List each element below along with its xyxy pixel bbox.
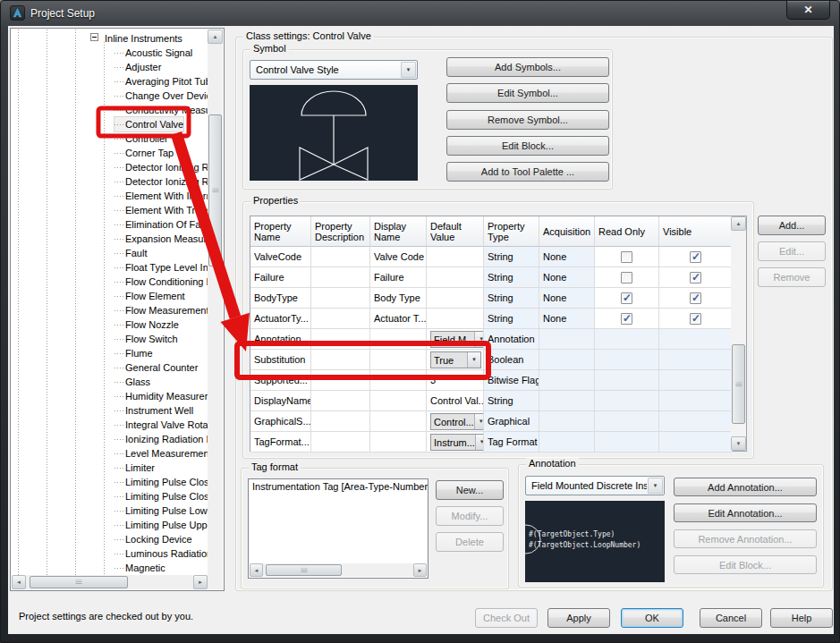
scroll-right-icon[interactable]: ► — [193, 575, 208, 589]
tree-item-detector-ionizing-radi[interactable]: Detector Ionizing Radi — [115, 160, 208, 174]
tree-item-limiting-pulse-closes-u[interactable]: Limiting Pulse Closes U — [115, 489, 208, 503]
close-button[interactable]: ✕ — [786, 1, 830, 20]
tree-item-glass[interactable]: Glass — [115, 375, 150, 389]
checked-checkbox[interactable] — [621, 292, 632, 304]
edit-block-button[interactable]: Edit Block... — [446, 136, 609, 156]
unchecked-checkbox[interactable] — [621, 272, 632, 283]
add-annotation-button[interactable]: Add Annotation... — [674, 478, 817, 496]
checked-checkbox[interactable] — [690, 251, 701, 263]
column-header-property-description[interactable]: Property Description — [311, 216, 370, 247]
add-symbols-button[interactable]: Add Symbols... — [446, 57, 609, 77]
tree-item-elimination-of-fault[interactable]: Elimination Of Fault — [115, 217, 208, 232]
table-scroll-thumb[interactable] — [732, 344, 745, 424]
default-value-dropdown-tagformat[interactable]: Instrum...▼ — [430, 434, 484, 451]
tree-item-flume[interactable]: Flume — [115, 346, 153, 360]
edit-annotation-button[interactable]: Edit Annotation... — [674, 503, 817, 522]
tree-item-locking-device[interactable]: Locking Device — [115, 532, 192, 546]
ok-button[interactable]: OK — [621, 608, 683, 628]
scroll-up-icon[interactable]: ▲ — [731, 216, 746, 231]
table-vertical-scrollbar[interactable]: ▲ ▼ — [731, 216, 746, 451]
tree-item-corner-tap[interactable]: Corner Tap — [115, 146, 174, 160]
tag-format-item-instrumentation-tag-area-type-number[interactable]: Instrumentation Tag [Area-Type-Number] — [249, 479, 428, 492]
property-row-valvecode[interactable]: ValveCodeValve CodeStringNone — [250, 247, 746, 267]
column-header-read-only[interactable]: Read Only — [595, 216, 659, 247]
property-row-supported[interactable]: Supported...3Bitwise Flag — [250, 370, 746, 391]
checked-checkbox[interactable] — [690, 292, 701, 304]
tree-item-expansion-measurem[interactable]: Expansion Measurem — [115, 232, 208, 246]
tree-item-humidity-measurement[interactable]: Humidity Measurement — [115, 389, 208, 403]
property-row-substitution[interactable]: SubstitutionTrue▼Boolean — [250, 350, 746, 370]
default-value-dropdown-annotation[interactable]: Field M...▼ — [430, 331, 484, 348]
scroll-down-icon[interactable]: ▼ — [731, 436, 746, 451]
edit-symbol-button[interactable]: Edit Symbol... — [446, 83, 609, 103]
property-row-bodytype[interactable]: BodyTypeBody TypeStringNone — [250, 288, 746, 309]
column-header-default-value[interactable]: Default Value — [427, 216, 484, 247]
annotation-style-dropdown[interactable]: Field Mounted Discrete Instrum ▼ — [525, 476, 665, 495]
property-row-graphicals[interactable]: GraphicalS...Control...▼Graphical — [250, 411, 746, 432]
scroll-right-icon[interactable]: ► — [413, 563, 427, 577]
tree-item-float-type-level-indic[interactable]: Float Type Level Indic — [115, 260, 208, 275]
tree-scroll-thumb[interactable] — [208, 114, 222, 267]
property-row-actuatorty[interactable]: ActuatorTy...Actuator T...StringNone — [250, 309, 746, 329]
tag-hscroll-thumb[interactable] — [266, 564, 342, 576]
tree-item-conductivity-measurer[interactable]: Conductivity Measurer — [115, 103, 208, 117]
column-header-property-name[interactable]: Property Name — [250, 216, 311, 247]
titlebar[interactable]: Project Setup ✕ — [1, 1, 840, 26]
tree-item-fault[interactable]: Fault — [115, 246, 147, 260]
property-row-failure[interactable]: FailureFailureStringNone — [250, 267, 746, 288]
tree-item-controller[interactable]: Controller — [115, 131, 168, 146]
property-row-tagformat[interactable]: TagFormat...Instrum...▼Tag Format — [250, 432, 746, 453]
column-header-display-name[interactable]: Display Name — [370, 216, 427, 247]
tree-item-magnetic[interactable]: Magnetic — [115, 561, 165, 575]
tree-item-acoustic-signal[interactable]: Acoustic Signal — [115, 46, 192, 60]
tree-item-change-over-device[interactable]: Change Over Device — [115, 89, 208, 103]
checked-checkbox[interactable] — [690, 272, 701, 283]
add-to-tool-palette-button[interactable]: Add to Tool Palette ... — [446, 162, 609, 182]
checked-checkbox[interactable] — [621, 313, 632, 325]
tree-item-luminous-radiation-m[interactable]: Luminous Radiation M — [115, 546, 208, 561]
tree-item-level-measurement[interactable]: Level Measurement — [115, 446, 208, 461]
tree-hscroll-thumb[interactable] — [30, 576, 128, 588]
apply-button[interactable]: Apply — [547, 608, 610, 628]
property-row-annotation[interactable]: AnnotationField M...▼Annotation — [250, 329, 746, 350]
tree-item-flow-element[interactable]: Flow Element — [115, 289, 185, 303]
tree-vertical-scrollbar[interactable]: ▲ — [208, 30, 223, 575]
tree-item-flow-conditioning-dev[interactable]: Flow Conditioning Dev — [115, 275, 208, 289]
tree-horizontal-scrollbar[interactable]: ◄ ► — [12, 575, 208, 589]
help-button[interactable]: Help — [770, 608, 833, 628]
column-header-visible[interactable]: Visible — [659, 216, 733, 247]
add-button[interactable]: Add... — [758, 216, 826, 235]
tree-item-limiting-pulse-upper-li[interactable]: Limiting Pulse Upper Li — [115, 518, 208, 532]
tree-item-limiting-pulse-lower-li[interactable]: Limiting Pulse Lower Li — [115, 503, 208, 518]
tree-collapse-icon[interactable] — [90, 33, 98, 41]
tree-item-averaging-pitot-tube[interactable]: Averaging Pitot Tube — [115, 74, 208, 89]
default-value-dropdown-graphicals[interactable]: Control...▼ — [430, 413, 484, 430]
tree-item-adjuster[interactable]: Adjuster — [115, 60, 161, 74]
scroll-up-icon[interactable]: ▲ — [208, 30, 223, 44]
scroll-left-icon[interactable]: ◄ — [250, 563, 263, 577]
column-header-property-type[interactable]: Property Type — [484, 216, 539, 247]
tree-item-flow-nozzle[interactable]: Flow Nozzle — [115, 317, 179, 332]
unchecked-checkbox[interactable] — [621, 251, 632, 263]
tag-format-list[interactable]: Instrumentation Tag [Area-Type-Number] ◄… — [248, 478, 428, 579]
tree-item-ionizing-radiation-mea[interactable]: Ionizing Radiation Mea — [115, 432, 208, 446]
default-value-dropdown-substitution[interactable]: True▼ — [430, 351, 481, 368]
tree-item-general-counter[interactable]: General Counter — [115, 360, 198, 375]
symbol-style-dropdown[interactable]: Control Valve Style ▼ — [250, 60, 418, 80]
scroll-left-icon[interactable]: ◄ — [12, 575, 26, 589]
tree-item-limiting-pulse-closes-l[interactable]: Limiting Pulse Closes L — [115, 475, 208, 489]
tree-item-limiter[interactable]: Limiter — [115, 461, 155, 475]
column-header-acquisition[interactable]: Acquisition — [539, 216, 595, 247]
checked-checkbox[interactable] — [690, 313, 701, 325]
tree-item-flow-switch[interactable]: Flow Switch — [115, 332, 178, 346]
new-button[interactable]: New... — [436, 480, 504, 500]
cancel-button[interactable]: Cancel — [700, 608, 762, 628]
tree-item-element-with-internal-t[interactable]: Element With Internal T — [115, 189, 208, 203]
tree-item-element-with-transmit[interactable]: Element With Transmit — [115, 203, 208, 217]
remove-symbol-button[interactable]: Remove Symbol... — [446, 110, 609, 130]
tree-item-integral-valve-rotame[interactable]: Integral Valve Rotame — [115, 418, 208, 432]
tree-item-flow-measurement[interactable]: Flow Measurement — [115, 303, 208, 317]
tree-item-instrument-well[interactable]: Instrument Well — [115, 403, 193, 418]
tag-list-horizontal-scrollbar[interactable]: ◄ ► — [250, 563, 427, 577]
tree-node-inline-instruments[interactable]: Inline Instruments — [105, 31, 182, 46]
